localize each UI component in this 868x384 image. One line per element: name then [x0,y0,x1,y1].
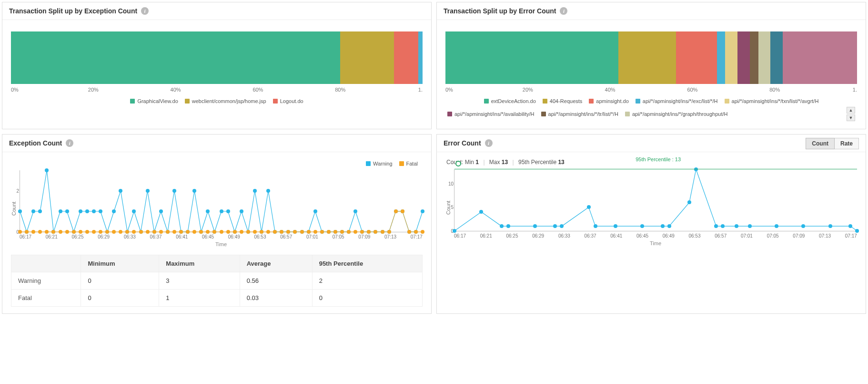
data-point[interactable] [560,224,564,228]
data-point[interactable] [594,224,597,228]
data-point[interactable] [119,230,122,234]
stack-segment[interactable] [770,31,783,84]
data-point[interactable] [220,230,223,234]
data-point[interactable] [31,230,35,234]
data-point[interactable] [855,229,859,233]
data-point[interactable] [186,230,190,234]
data-point[interactable] [479,210,483,214]
legend-item[interactable]: api/*/apminsight/ins/*/exc/list/*/H [636,98,718,104]
data-point[interactable] [320,230,324,234]
data-point[interactable] [401,209,404,213]
data-point[interactable] [253,230,257,234]
stack-segment[interactable] [618,31,676,84]
data-point[interactable] [387,230,391,234]
data-point[interactable] [38,230,42,234]
info-icon[interactable]: i [485,139,493,147]
data-point[interactable] [667,224,671,228]
data-point[interactable] [313,230,317,234]
data-point[interactable] [233,230,237,234]
data-point[interactable] [152,230,156,234]
legend-item[interactable]: webclient/common/jsp/home.jsp [185,98,266,104]
stack-segment[interactable] [750,31,758,84]
data-point[interactable] [45,230,49,234]
data-point[interactable] [367,230,371,234]
data-point[interactable] [748,224,752,228]
data-point[interactable] [112,230,116,234]
data-point[interactable] [72,230,76,234]
data-point[interactable] [506,224,510,228]
data-point[interactable] [500,224,504,228]
stack-segment[interactable] [737,31,750,84]
legend-item[interactable]: api/*/apminsight/ins/*/availability/H [447,107,535,121]
data-point[interactable] [105,230,109,234]
legend-item[interactable]: Warning [366,161,393,166]
data-point[interactable] [92,230,96,234]
data-point[interactable] [353,230,357,234]
info-icon[interactable]: i [66,139,73,147]
legend-item[interactable]: extDeviceAction.do [484,98,536,104]
data-point[interactable] [192,230,196,234]
data-point[interactable] [266,230,270,234]
data-point[interactable] [533,224,537,228]
data-point[interactable] [65,230,69,234]
data-point[interactable] [146,230,150,234]
legend-scroll-up-icon[interactable]: ▲ [847,107,855,114]
data-point[interactable] [85,230,89,234]
legend-scroll-down-icon[interactable]: ▼ [847,114,855,121]
legend-item[interactable]: api/*/apminsight/ins/*/graph/throughput/… [625,107,728,121]
data-point[interactable] [587,205,591,209]
stack-segment[interactable] [758,31,771,84]
data-point[interactable] [212,230,216,234]
legend-item[interactable]: api/*/apminsight/ins/*/txn/list/*/avgrt/… [725,98,819,104]
stack-segment[interactable] [717,31,725,84]
data-point[interactable] [79,230,82,234]
data-point[interactable] [848,224,852,228]
stack-segment[interactable] [394,31,419,84]
legend-item[interactable]: api/*/apminsight/ins/*/tr/list/*/H [541,107,618,121]
data-point[interactable] [801,224,805,228]
data-point[interactable] [333,230,337,234]
data-point[interactable] [340,230,344,234]
stack-segment[interactable] [418,31,423,84]
data-point[interactable] [59,230,62,234]
data-point[interactable] [280,230,283,234]
data-point[interactable] [407,230,411,234]
data-point[interactable] [614,224,617,228]
legend-item[interactable]: 404-Requests [543,98,583,104]
info-icon[interactable]: i [141,7,149,15]
data-point[interactable] [293,230,297,234]
data-point[interactable] [694,167,698,171]
data-point[interactable] [240,230,243,234]
data-point[interactable] [381,230,384,234]
data-point[interactable] [775,224,778,228]
stack-segment[interactable] [11,31,340,84]
data-point[interactable] [206,230,210,234]
legend-item[interactable]: Fatal [399,161,418,166]
data-point[interactable] [327,230,331,234]
data-point[interactable] [199,230,203,234]
data-point[interactable] [166,230,170,234]
data-point[interactable] [139,230,143,234]
data-point[interactable] [179,230,183,234]
data-point[interactable] [640,224,644,228]
legend-item[interactable]: Logout.do [273,98,303,104]
data-point[interactable] [453,229,456,233]
data-point[interactable] [360,230,364,234]
data-point[interactable] [828,224,832,228]
data-point[interactable] [51,230,55,234]
stack-segment[interactable] [676,31,717,84]
stack-segment[interactable] [340,31,394,84]
data-point[interactable] [714,224,718,228]
tab-rate[interactable]: Rate [835,138,859,149]
stack-segment[interactable] [445,31,618,84]
data-point[interactable] [132,230,136,234]
data-point[interactable] [735,224,738,228]
data-point[interactable] [25,230,29,234]
data-point[interactable] [125,230,129,234]
data-point[interactable] [246,230,250,234]
data-point[interactable] [394,209,398,213]
data-point[interactable] [172,230,176,234]
data-point[interactable] [347,230,351,234]
data-point[interactable] [421,230,424,234]
data-point[interactable] [687,200,691,204]
